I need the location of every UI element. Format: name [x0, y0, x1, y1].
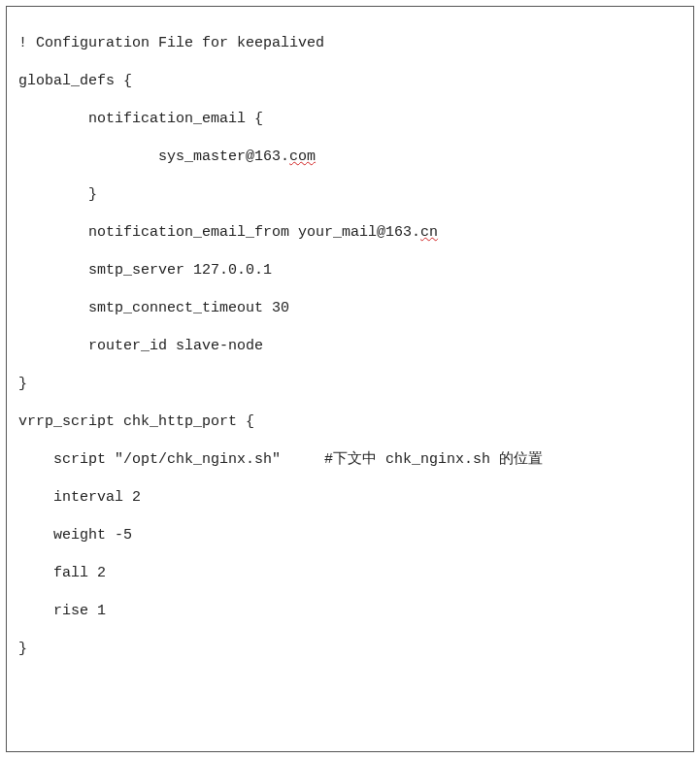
code-line: } — [18, 365, 682, 403]
code-line: } — [18, 630, 682, 668]
spellcheck-underline: com — [289, 148, 316, 165]
code-text: notification_email_from your_mail@163. — [18, 224, 420, 241]
code-line: } — [18, 176, 682, 214]
code-line: smtp_server 127.0.0.1 — [18, 251, 682, 289]
code-line: ! Configuration File for keepalived — [18, 24, 682, 62]
code-line: vrrp_script chk_http_port { — [18, 403, 682, 441]
code-line: script "/opt/chk_nginx.sh" #下文中 chk_ngin… — [18, 441, 682, 478]
code-line: fall 2 — [18, 554, 682, 592]
code-line: interval 2 — [18, 478, 682, 516]
code-line: global_defs { — [18, 62, 682, 100]
code-text: sys_master@163. — [18, 148, 289, 165]
code-line: notification_email { — [18, 100, 682, 138]
code-line: notification_email_from your_mail@163.cn — [18, 214, 682, 251]
code-line: rise 1 — [18, 592, 682, 630]
config-code-block: ! Configuration File for keepalivedgloba… — [6, 6, 694, 752]
page: ! Configuration File for keepalivedgloba… — [0, 0, 700, 758]
code-line: weight -5 — [18, 516, 682, 554]
code-line: router_id slave-node — [18, 327, 682, 365]
code-line: smtp_connect_timeout 30 — [18, 289, 682, 327]
code-line: sys_master@163.com — [18, 138, 682, 176]
spellcheck-underline: cn — [420, 224, 438, 241]
